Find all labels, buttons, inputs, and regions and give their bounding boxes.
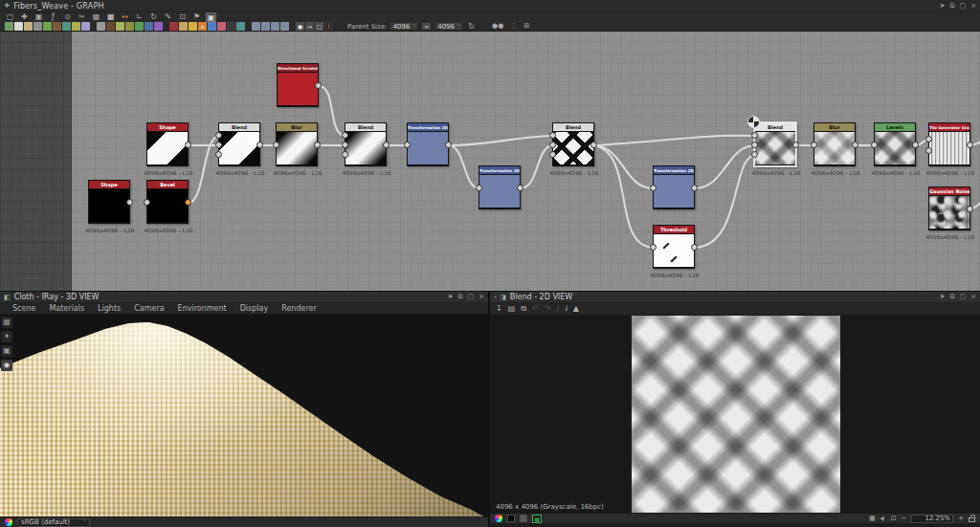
output-port[interactable] [792, 142, 799, 148]
menu-item-renderer[interactable]: Renderer [275, 304, 323, 313]
library-node-button-21[interactable] [208, 22, 216, 31]
library-node-button-11[interactable] [106, 22, 115, 31]
graph-node-gaussian-noise[interactable]: Gaussian Noise4096x4096 - L16 [928, 187, 970, 231]
histogram-icon[interactable]: ▲ [573, 304, 579, 314]
graph-node-transformation-2d-b[interactable]: Transformation 2D [479, 165, 521, 209]
pan-tool-icon[interactable]: ✚ [19, 12, 30, 22]
input-port[interactable] [342, 132, 348, 139]
pin-icon[interactable]: ➤ [448, 294, 454, 300]
output-port[interactable] [852, 142, 858, 148]
library-node-button-1[interactable] [5, 22, 13, 31]
pin-icon[interactable]: ➤ [940, 294, 946, 300]
input-port[interactable] [215, 142, 222, 148]
library-node-button-22[interactable] [217, 22, 226, 31]
graph-node-blend-4[interactable]: Blend4096x4096 - L16 [754, 122, 796, 166]
cut-links-tool-icon[interactable]: ✂ [77, 12, 87, 22]
input-port[interactable] [751, 151, 758, 158]
select-tool-icon[interactable]: ▢ [5, 12, 15, 22]
close-icon[interactable]: × [970, 3, 976, 10]
lighting-icon[interactable]: ✦ [1, 331, 12, 342]
library-node-button-15[interactable] [145, 22, 153, 31]
materials-icon[interactable]: ◉ [1, 360, 12, 371]
input-port[interactable] [811, 142, 817, 148]
update-graph-icon[interactable]: ↻ [148, 12, 159, 22]
library-node-button-18[interactable] [179, 22, 188, 31]
fit-graph-icon[interactable]: ⊞ [523, 22, 529, 31]
input-port[interactable] [925, 136, 932, 143]
library-node-button-12[interactable] [116, 22, 124, 31]
copy-image-icon[interactable]: ⧉ [521, 304, 526, 314]
pin-icon[interactable]: ➤ [940, 3, 946, 10]
output-port[interactable] [967, 206, 973, 212]
library-node-button-17[interactable] [169, 22, 178, 31]
fit-view-icon[interactable]: ⊡ [890, 515, 896, 523]
input-port[interactable] [342, 142, 348, 148]
menu-item-display[interactable]: Display [234, 304, 276, 313]
menu-item-lights[interactable]: Lights [91, 304, 127, 313]
input-port[interactable] [215, 132, 222, 139]
library-node-button-23[interactable] [227, 22, 235, 31]
output-port[interactable] [912, 142, 919, 148]
grid-toggle-icon[interactable]: ▦ [869, 515, 876, 523]
input-port[interactable] [650, 185, 657, 191]
secondary-size-select[interactable]: 4096˅ [434, 22, 463, 31]
black-background-swatch[interactable] [507, 515, 515, 522]
snapshot-tool-icon[interactable]: ▣ [33, 12, 44, 22]
graph-node-shape-1[interactable]: Shape4096x4096 - L16 [146, 122, 189, 166]
reset-size-icon[interactable]: ↻ [466, 22, 477, 32]
thumbnails-toggle-icon[interactable]: ▦ [91, 12, 101, 22]
graph-node-shape-2[interactable]: Shape4096x4096 - L16 [88, 180, 130, 224]
align-node-button-4[interactable] [280, 22, 289, 31]
library-node-button-2[interactable] [14, 22, 23, 31]
frame-node-button[interactable]: ▢ [315, 22, 323, 31]
zoom-level-input[interactable] [911, 515, 953, 523]
float-icon[interactable]: ⧉ [950, 3, 955, 10]
elbow-links-toggle-icon[interactable]: ∟ [134, 12, 145, 22]
close-icon[interactable]: × [970, 294, 976, 300]
library-node-button-9[interactable] [81, 22, 90, 31]
input-port[interactable] [342, 151, 348, 158]
input-port[interactable] [751, 142, 758, 148]
output-port[interactable] [691, 185, 698, 191]
close-icon[interactable]: × [479, 294, 484, 300]
view3d-header[interactable]: ◧ Cloth - IRay - 3D VIEW ➤⧉▢× [0, 292, 488, 303]
graph-node-blur-2[interactable]: Blur4096x4096 - L16 [813, 122, 856, 166]
graph-node-threshold[interactable]: Threshold4096x4096 - L16 [653, 225, 695, 269]
menu-item-materials[interactable]: Materials [42, 304, 91, 313]
comment-node-button[interactable]: ● [296, 22, 304, 31]
library-node-button-20[interactable]: A [198, 22, 207, 31]
output-port[interactable] [126, 199, 133, 206]
camera-icon[interactable]: ▣ [1, 345, 12, 357]
gray-background-swatch[interactable] [520, 515, 527, 522]
straight-links-toggle-icon[interactable]: ↔ [120, 12, 130, 22]
input-port[interactable] [751, 132, 758, 139]
function-editor-icon[interactable]: ƒ [48, 12, 58, 22]
solid-view-toggle-icon[interactable]: ■ [105, 12, 116, 22]
graph-node-blend-3[interactable]: Blend4096x4096 - L16 [552, 122, 594, 166]
library-node-button-10[interactable] [97, 22, 105, 31]
input-port[interactable] [144, 199, 150, 206]
input-port[interactable] [273, 142, 279, 148]
graph-node-transformation-2d-a[interactable]: Transformation 2D [407, 122, 449, 166]
pin-node-tool-icon[interactable]: ⚑ [191, 12, 202, 22]
graph-canvas[interactable]: Shape4096x4096 - L16Blend4096x4096 - L16… [0, 32, 980, 291]
input-port[interactable] [215, 151, 222, 158]
output-port[interactable] [445, 142, 452, 148]
view2d-header[interactable]: ‹ ◨ Blend - 2D VIEW ➤⧉▢× [490, 292, 980, 303]
link-sizes-icon[interactable]: ∞ [421, 22, 432, 31]
maximize-icon[interactable]: ▢ [468, 294, 475, 300]
zoom-in-button[interactable]: + [958, 515, 964, 523]
channel-select-icon[interactable]: ▦ [532, 515, 542, 523]
maximize-icon[interactable]: ▢ [960, 3, 967, 10]
graph-node-transformation-2d-c[interactable]: Transformation 2D [653, 165, 695, 209]
input-port[interactable] [925, 147, 932, 154]
graph-node-levels[interactable]: Levels4096x4096 - L16 [874, 122, 916, 166]
edit-tool-icon[interactable]: ✎ [163, 12, 173, 22]
graph-node-tile-generator-grayscale[interactable]: Tile Generator Grayscale4096x4096 - L16 [928, 122, 970, 166]
library-node-button-16[interactable] [154, 22, 163, 31]
input-port[interactable] [650, 244, 657, 251]
library-node-button-13[interactable] [125, 22, 134, 31]
library-node-button-3[interactable] [24, 22, 33, 31]
graph-node-blur-1[interactable]: Blur4096x4096 - L16 [276, 122, 318, 166]
library-node-button-6[interactable] [53, 22, 61, 31]
